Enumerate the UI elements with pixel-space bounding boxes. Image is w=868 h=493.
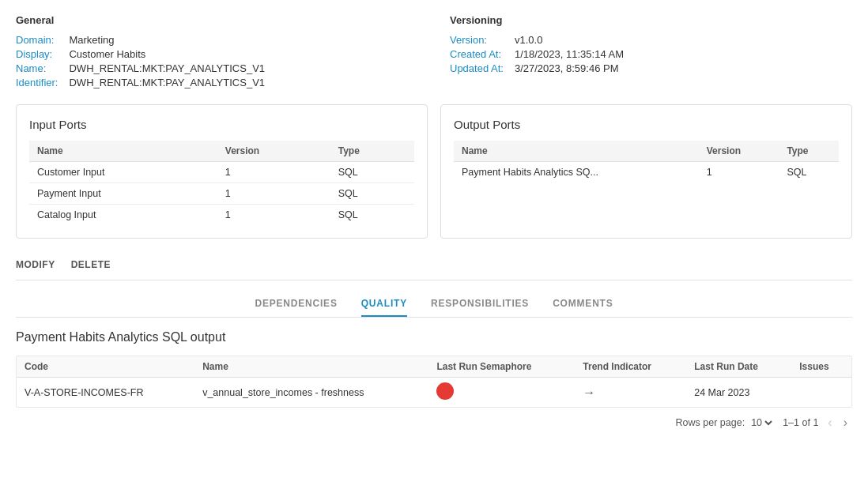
semaphore-red-icon	[436, 382, 454, 400]
output-col-name: Name	[454, 141, 699, 162]
table-row: Customer Input1SQL	[29, 162, 414, 183]
prev-page-button[interactable]: ‹	[826, 416, 833, 430]
output-col-type: Type	[779, 141, 839, 162]
created-at-value: 1/18/2023, 11:35:14 AM	[515, 48, 852, 60]
input-ports-table: Name Version Type Customer Input1SQLPaym…	[29, 141, 414, 225]
tab-quality[interactable]: QUALITY	[361, 298, 407, 317]
quality-table-wrap: Code Name Last Run Semaphore Trend Indic…	[16, 356, 852, 408]
delete-button[interactable]: DELETE	[71, 259, 111, 270]
quality-table: Code Name Last Run Semaphore Trend Indic…	[17, 356, 851, 407]
updated-at-label: Updated At:	[450, 62, 504, 74]
rows-per-page-section: Rows per page: 10 25 50	[676, 416, 776, 429]
output-ports-box: Output Ports Name Version Type Payment H…	[440, 104, 852, 239]
tab-comments[interactable]: COMMENTS	[553, 298, 613, 317]
pagination-bar: Rows per page: 10 25 50 1–1 of 1 ‹ ›	[16, 408, 852, 433]
rows-per-page-label: Rows per page:	[676, 417, 745, 428]
identifier-value: DWH_RENTAL:MKT:PAY_ANALYTICS_V1	[69, 77, 418, 88]
section-divider	[16, 280, 852, 280]
display-value: Customer Habits	[69, 48, 418, 60]
domain-value: Marketing	[69, 34, 418, 46]
general-grid: Domain: Marketing Display: Customer Habi…	[16, 34, 418, 88]
quality-col-date: Last Run Date	[686, 356, 791, 378]
trend-arrow-icon: →	[583, 386, 595, 399]
quality-section: Payment Habits Analytics SQL output Code…	[16, 330, 852, 433]
modify-button[interactable]: MODIFY	[16, 259, 55, 270]
input-col-type: Type	[330, 141, 414, 162]
next-page-button[interactable]: ›	[842, 416, 849, 430]
identifier-label: Identifier:	[16, 77, 58, 88]
tabs-bar: DEPENDENCIES QUALITY RESPONSIBILITIES CO…	[16, 290, 852, 318]
created-at-label: Created At:	[450, 48, 504, 60]
tab-responsibilities[interactable]: RESPONSIBILITIES	[431, 298, 529, 317]
output-col-version: Version	[699, 141, 779, 162]
versioning-section: Versioning Version: v1.0.0 Created At: 1…	[450, 14, 852, 88]
versioning-title: Versioning	[450, 14, 852, 26]
input-ports-title: Input Ports	[29, 118, 414, 131]
quality-col-trend: Trend Indicator	[575, 356, 686, 378]
quality-col-semaphore: Last Run Semaphore	[428, 356, 575, 378]
quality-title: Payment Habits Analytics SQL output	[16, 330, 852, 344]
actions-bar: MODIFY DELETE	[16, 251, 852, 270]
versioning-grid: Version: v1.0.0 Created At: 1/18/2023, 1…	[450, 34, 852, 74]
table-row: V-A-STORE-INCOMES-FRv_annual_store_incom…	[17, 378, 851, 408]
table-row: Payment Habits Analytics SQ...1SQL	[454, 162, 839, 183]
version-label: Version:	[450, 34, 504, 46]
page-range-label: 1–1 of 1	[783, 417, 818, 428]
input-col-version: Version	[217, 141, 330, 162]
input-ports-box: Input Ports Name Version Type Customer I…	[16, 104, 428, 239]
version-value: v1.0.0	[515, 34, 852, 46]
tab-dependencies[interactable]: DEPENDENCIES	[255, 298, 337, 317]
output-ports-title: Output Ports	[454, 118, 839, 131]
general-title: General	[16, 14, 418, 26]
quality-col-name: Name	[194, 356, 428, 378]
output-ports-table: Name Version Type Payment Habits Analyti…	[454, 141, 839, 183]
name-value: DWH_RENTAL:MKT:PAY_ANALYTICS_V1	[69, 62, 418, 74]
display-label: Display:	[16, 48, 58, 60]
quality-col-code: Code	[17, 356, 194, 378]
domain-label: Domain:	[16, 34, 58, 46]
name-label: Name:	[16, 62, 58, 74]
updated-at-value: 3/27/2023, 8:59:46 PM	[515, 62, 852, 74]
rows-per-page-select[interactable]: 10 25 50	[748, 416, 775, 429]
ports-section: Input Ports Name Version Type Customer I…	[16, 104, 852, 239]
quality-col-issues: Issues	[791, 356, 851, 378]
input-col-name: Name	[29, 141, 217, 162]
table-row: Payment Input1SQL	[29, 183, 414, 205]
table-row: Catalog Input1SQL	[29, 205, 414, 226]
general-section: General Domain: Marketing Display: Custo…	[16, 14, 418, 88]
